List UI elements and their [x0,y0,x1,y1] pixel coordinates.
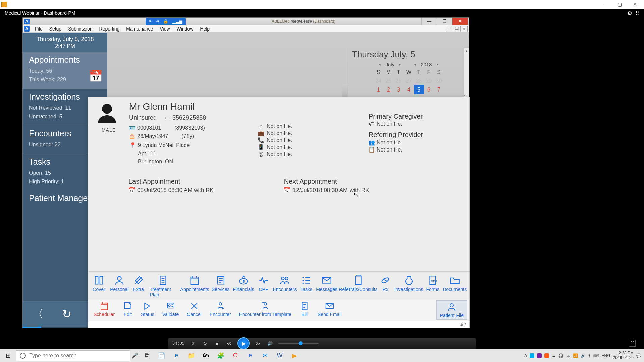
tab-cover[interactable]: Cover [90,274,108,298]
calendar-day[interactable]: 2 [384,85,394,94]
schedule-row[interactable]: 08:00 ... Gray, Jane Unconfirm... ? [107,71,348,84]
grid-icon[interactable]: ⠿ [635,10,639,16]
tab-messages[interactable]: Messages [315,274,338,298]
repeat-icon[interactable]: ↻ [201,340,209,347]
calendar-day[interactable]: 3 [394,85,404,94]
action-status[interactable]: Status [138,300,158,320]
tray-office-icon[interactable] [544,353,549,358]
mdi-minimize-button[interactable]: – [446,26,453,32]
menu-maintenance[interactable]: Maintenance [123,26,156,32]
menu-help[interactable]: Help [197,26,212,32]
tab-services[interactable]: Services [211,274,231,298]
tab-investigations[interactable]: Investigations [394,274,423,298]
taskbar-app-word[interactable]: W [272,349,287,362]
inner-close-button[interactable]: ✕ [452,18,468,25]
stop-button[interactable]: ■ [213,340,221,347]
taskbar-app-media[interactable]: ▶ [287,349,302,362]
calendar-scrollbar[interactable]: ▴▾ [464,48,469,98]
tray-wifi-icon[interactable]: 📶 [573,353,578,358]
calendar-day[interactable]: 27 [404,77,414,85]
fullscreen-icon[interactable]: ⛶ [629,340,636,347]
taskbar-app-outlook[interactable]: ✉ [258,349,272,362]
rewind-button[interactable]: ≪ [225,340,233,347]
close-button[interactable]: ✕ [627,0,643,9]
calendar-day[interactable]: 30 [434,77,444,85]
back-icon[interactable]: 〈 [32,306,44,322]
calendar-day[interactable]: 25 [384,77,394,85]
calendar-day[interactable]: 1 [374,85,384,94]
menu-submission[interactable]: Submission [65,26,95,32]
menu-reporting[interactable]: Reporting [97,26,122,32]
play-button[interactable]: ▶ [237,337,250,349]
settings-icon[interactable]: ⚙ [627,10,632,16]
task-view-icon[interactable]: ⧉ [140,349,154,362]
taskbar-app-store[interactable]: 🛍 [199,349,213,362]
taskbar-app-edge[interactable]: e [169,349,184,362]
tab-encounters[interactable]: Encounters [272,274,297,298]
calendar-day[interactable]: 28 [414,77,424,85]
maximize-button[interactable]: ▢ [612,0,627,9]
sidebar-item-appointments[interactable]: Appointments Today: 56 This Week: 229 📅 [23,52,107,89]
action-bill[interactable]: Bill [296,300,313,320]
dropdown-icon[interactable]: ▾ [149,19,151,24]
menu-file[interactable]: File [32,26,45,32]
taskbar-app-opera[interactable]: O [228,349,243,362]
shuffle-icon[interactable]: ⤮ [189,340,197,347]
tray-language[interactable]: ENG [602,353,610,358]
menu-view[interactable]: View [157,26,172,32]
menu-window[interactable]: Window [174,26,196,32]
tab-extra[interactable]: Extra [131,274,146,298]
calendar-day[interactable]: 6 [424,85,434,94]
tray-onenote-icon[interactable] [537,353,542,358]
tab-cpp[interactable]: CPP [256,274,271,298]
mdi-close-button[interactable]: × [460,26,468,32]
volume-slider[interactable] [278,343,319,344]
calendar-day[interactable]: 24 [374,77,384,85]
scrollbar-track[interactable] [342,71,348,84]
taskbar-app-generic[interactable]: 🧩 [213,349,228,362]
tray-bluetooth-icon[interactable]: ᚼ [588,353,591,358]
action-edit[interactable]: Edit [119,300,136,320]
menu-setup[interactable]: Setup [47,26,64,32]
tray-overflow-icon[interactable]: ᐱ [524,353,527,358]
taskbar-search[interactable]: Type here to search [16,350,130,361]
calendar-day[interactable]: 26 [394,77,404,85]
taskbar-app-notepad[interactable]: 📄 [154,349,169,362]
action-encounter[interactable]: Encounter [206,300,234,320]
calendar-year[interactable]: 2018 [421,62,432,67]
tab-personal[interactable]: Personal [109,274,130,298]
tab-referrals[interactable]: Referrals/Consults [339,274,377,298]
inner-minimize-button[interactable]: — [421,18,437,25]
action-send-email[interactable]: Send Email [314,300,345,320]
calendar-day[interactable]: 29 [424,77,434,85]
calendar-day-today[interactable]: 5 [414,85,424,94]
start-button[interactable]: ⊞ [0,349,16,362]
tray-cloud-icon[interactable]: ☁ [552,353,556,358]
tab-tasks[interactable]: Tasks [299,274,314,298]
inner-restore-button[interactable]: ❐ [437,18,452,25]
year-prev-icon[interactable]: ◂ [413,62,417,67]
tab-treatment-plan[interactable]: Treatment Plan [147,274,179,298]
action-cancel[interactable]: Cancel [183,300,205,320]
action-validate[interactable]: Validate [159,300,182,320]
scrollbar-track[interactable] [342,84,348,97]
minimize-button[interactable]: — [596,0,612,9]
tray-network-icon[interactable]: 🖧 [566,353,570,358]
tray-volume-icon[interactable]: 🔊 [581,353,586,358]
forward-button[interactable]: ≫ [254,340,262,347]
signal-icon[interactable]: ▁▃▅ [172,19,182,24]
calendar-day[interactable]: 4 [404,85,414,94]
year-next-icon[interactable]: ▸ [435,62,440,67]
month-prev-icon[interactable]: ◂ [377,62,382,67]
tray-headset-icon[interactable]: 🎧 [558,353,564,358]
calendar-day[interactable]: 7 [434,85,444,94]
taskbar-app-explorer[interactable]: 📁 [184,349,199,362]
tab-financials[interactable]: Financials [232,274,255,298]
tray-skype-icon[interactable] [530,353,534,358]
volume-icon[interactable]: 🔊 [266,340,274,347]
lock-icon[interactable]: 🔒 [163,19,168,24]
cortana-mic-icon[interactable]: 🎤 [130,352,140,359]
month-next-icon[interactable]: ▸ [398,62,402,67]
mdi-restore-button[interactable]: ❐ [453,26,461,32]
calendar-month[interactable]: July [385,62,394,67]
